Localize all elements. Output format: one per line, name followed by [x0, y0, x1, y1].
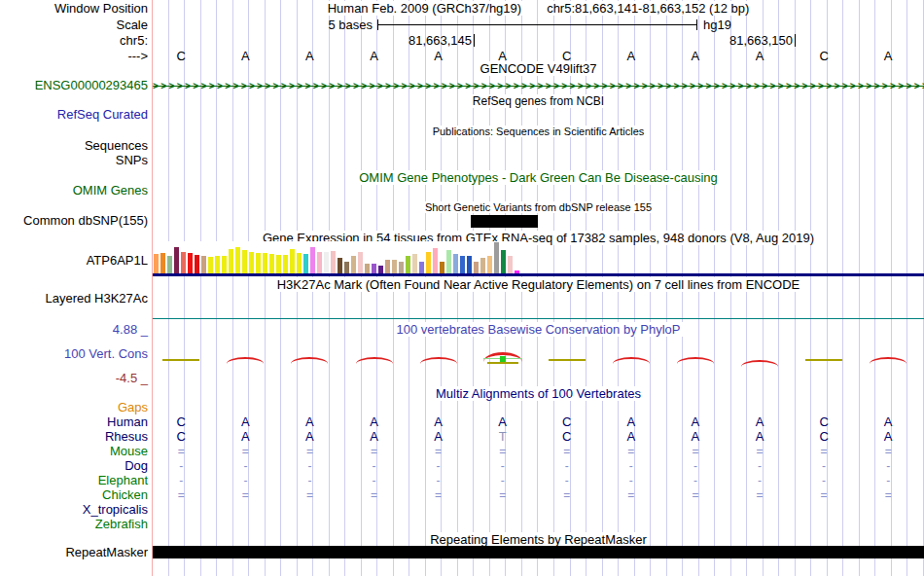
sidebar-repeatmasker[interactable]: RepeatMasker [65, 546, 148, 559]
sidebar-species-human[interactable]: Human [107, 415, 148, 429]
gtex-bar[interactable] [249, 252, 254, 273]
variant-green-square [500, 356, 506, 362]
refseq-track-title[interactable]: RefSeq genes from NCBI [153, 94, 924, 108]
gtex-bar[interactable] [406, 256, 410, 273]
dbsnp-variant-box[interactable] [471, 215, 538, 228]
gtex-bar[interactable] [372, 264, 376, 273]
sidebar-species-gaps[interactable]: Gaps [118, 401, 148, 414]
gtex-bar[interactable] [487, 256, 492, 273]
sidebar-sequences[interactable]: Sequences [85, 139, 148, 153]
phylop-track-title[interactable]: 100 vertebrates Basewise Conservation by… [153, 323, 924, 337]
gtex-bar[interactable] [195, 255, 199, 273]
gtex-bar[interactable] [419, 262, 424, 273]
gtex-bar[interactable] [446, 250, 451, 273]
sidebar-common-dbsnp[interactable]: Common dbSNP(155) [23, 214, 148, 228]
gtex-bar[interactable] [269, 254, 274, 273]
multiz-cell: = [306, 445, 313, 458]
gtex-bar[interactable] [385, 260, 390, 273]
gtex-bar[interactable] [297, 253, 302, 273]
gtex-bar[interactable] [167, 256, 172, 273]
gtex-bar[interactable] [501, 250, 506, 273]
h3k27ac-track-title[interactable]: H3K27Ac Mark (Often Found Near Active Re… [153, 278, 924, 292]
sidebar-species-mouse[interactable]: Mouse [110, 445, 148, 458]
gencode-track-title[interactable]: GENCODE V49lift37 [153, 62, 924, 76]
gtex-bar[interactable] [392, 260, 397, 273]
sidebar-layered-h3k27ac[interactable]: Layered H3K27Ac [45, 292, 148, 306]
sidebar-100-vert-cons[interactable]: 100 Vert. Cons [64, 347, 148, 361]
omim-track-title[interactable]: OMIM Gene Phenotypes - Dark Green Can Be… [153, 171, 924, 185]
sidebar-gtex-gene[interactable]: ATP6AP1L [87, 254, 148, 268]
gtex-bar[interactable] [412, 254, 417, 273]
gtex-bar[interactable] [426, 252, 431, 273]
gtex-bar[interactable] [440, 262, 444, 273]
sequence-base: A [884, 50, 893, 63]
gtex-bar[interactable] [433, 248, 438, 273]
gtex-bar[interactable] [338, 258, 342, 273]
publications-track-title[interactable]: Publications: Sequences in Scientific Ar… [153, 125, 924, 138]
gtex-bar[interactable] [188, 253, 193, 273]
assembly-short-label: hg19 [703, 18, 731, 32]
scale-bases-label: 5 bases [282, 18, 373, 32]
gtex-bar[interactable] [290, 249, 295, 273]
gtex-bar[interactable] [276, 255, 281, 273]
sidebar-species-x_tropicalis[interactable]: X_tropicalis [83, 503, 148, 517]
gtex-bar[interactable] [174, 247, 179, 273]
phylop-red-mark [677, 357, 714, 364]
multiz-cell: - [307, 459, 311, 473]
sidebar-refseq-curated[interactable]: RefSeq Curated [57, 108, 148, 122]
gtex-bar[interactable] [242, 250, 247, 273]
gtex-bar[interactable] [201, 256, 206, 273]
sequence-base: A [370, 50, 378, 63]
sidebar-species-zebrafish[interactable]: Zebrafish [95, 518, 148, 531]
gtex-bar[interactable] [378, 266, 383, 273]
sidebar-species-rhesus[interactable]: Rhesus [105, 430, 148, 444]
multiz-track-title[interactable]: Multiz Alignments of 100 Vertebrates [153, 387, 924, 401]
gtex-bar[interactable] [453, 254, 458, 273]
gtex-bar[interactable] [399, 262, 404, 273]
sidebar-species-dog[interactable]: Dog [124, 459, 148, 473]
sidebar-snps[interactable]: SNPs [116, 154, 148, 167]
gtex-bar[interactable] [460, 256, 465, 273]
gtex-bar[interactable] [235, 247, 240, 273]
gtex-bar[interactable] [480, 258, 485, 273]
gtex-bar[interactable] [324, 252, 329, 273]
gtex-bar[interactable] [508, 256, 513, 273]
gtex-bar[interactable] [229, 249, 233, 273]
dbsnp-track-title[interactable]: Short Genetic Variants from dbSNP releas… [153, 200, 924, 214]
sidebar-omim-genes[interactable]: OMIM Genes [73, 184, 148, 198]
gencode-strand-arrows[interactable]: >>>>>>>>>>>>>>>>>>>>>>>>>>>>>>>>>>>>>>>>… [153, 80, 924, 92]
sequence-base: A [241, 50, 250, 63]
gtex-bar[interactable] [331, 251, 336, 273]
gtex-bar[interactable] [351, 256, 356, 273]
gtex-bar[interactable] [467, 256, 472, 273]
gtex-bar[interactable] [283, 255, 288, 273]
gtex-bar[interactable] [263, 253, 267, 273]
gtex-bar[interactable] [154, 254, 159, 273]
gtex-bar[interactable] [494, 242, 499, 273]
sidebar-species-elephant[interactable]: Elephant [98, 474, 148, 487]
gtex-bar[interactable] [181, 252, 186, 273]
multiz-cell: - [565, 474, 569, 487]
multiz-cell: - [629, 474, 633, 487]
gtex-bar[interactable] [317, 252, 322, 273]
gtex-bar[interactable] [358, 252, 363, 273]
gtex-bar[interactable] [160, 253, 165, 273]
multiz-cell: A [756, 430, 764, 444]
repeatmasker-track-title[interactable]: Repeating Elements by RepeatMasker [153, 533, 924, 547]
gtex-bar[interactable] [303, 254, 308, 273]
gtex-bar[interactable] [215, 256, 220, 273]
sequence-base: A [627, 50, 636, 63]
gtex-bar[interactable] [208, 257, 213, 273]
gtex-bar[interactable] [222, 256, 227, 273]
gtex-bar[interactable] [365, 264, 370, 273]
gtex-bar[interactable] [474, 262, 479, 273]
repeatmasker-element-bar[interactable] [153, 546, 924, 558]
sidebar-gencode-gene-id[interactable]: ENSG00000293465 [35, 79, 148, 92]
gtex-bar[interactable] [310, 247, 315, 273]
gtex-bar[interactable] [256, 253, 261, 273]
sequence-base: A [434, 50, 443, 63]
sequence-base: A [756, 50, 764, 63]
gtex-bar[interactable] [344, 262, 349, 273]
sidebar-species-chicken[interactable]: Chicken [102, 488, 148, 502]
multiz-cell: = [627, 488, 634, 502]
